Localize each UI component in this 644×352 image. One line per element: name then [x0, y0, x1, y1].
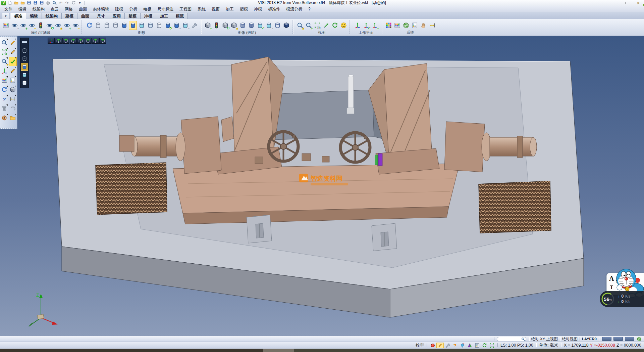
attributes-brush-icon[interactable] [0, 76, 8, 85]
menu-wireframe[interactable]: 线架构 [30, 6, 48, 12]
menu-modeling[interactable]: 建模 [112, 6, 126, 12]
flat-shaded-icon[interactable] [146, 21, 154, 30]
net-speed-pill[interactable]: 56 % 0 K/s 0 K/s [600, 291, 644, 307]
zoom-solid-icon[interactable] [0, 38, 8, 47]
print-preview-icon[interactable] [52, 0, 57, 6]
window-config-icon[interactable] [411, 21, 419, 30]
snap-wand-icon[interactable] [436, 343, 444, 348]
qat-dropdown-icon[interactable] [77, 0, 83, 6]
view-front-icon[interactable] [62, 38, 69, 44]
view-right-icon[interactable] [77, 38, 84, 44]
menu-drafting[interactable]: 工程图 [176, 6, 195, 12]
session-history-icon[interactable] [71, 0, 76, 6]
zoom-dynamic-icon[interactable] [0, 57, 8, 66]
menu-progress[interactable]: 冲模 [251, 6, 265, 12]
view-mode-label[interactable]: 绝对 XY 上视图 [531, 337, 558, 342]
copy-graphics-icon[interactable] [172, 21, 180, 30]
left-grip-plate[interactable] [96, 163, 167, 215]
adv-traffic-icon[interactable] [212, 21, 220, 30]
undo-icon[interactable] [58, 0, 63, 6]
help-icon[interactable]: ? [0, 94, 8, 104]
show-all-icon[interactable] [63, 21, 71, 30]
dashed-hidden-icon[interactable] [111, 21, 119, 30]
net-speed-widget[interactable]: A , T [600, 269, 644, 309]
view-top-icon[interactable] [55, 38, 62, 44]
workplane-align-icon[interactable] [371, 21, 379, 30]
hide-entities-icon[interactable] [28, 21, 36, 30]
shaded-edges-icon[interactable] [129, 21, 137, 30]
layers-window-icon[interactable] [9, 76, 17, 85]
menu-mould[interactable]: 塑模 [237, 6, 251, 12]
tab-mould[interactable]: 塑膜 [124, 13, 141, 19]
system-config-icon[interactable] [402, 21, 410, 30]
tab-dimension[interactable]: 尺寸 [93, 13, 109, 19]
tab-dropdown-button[interactable] [2, 13, 9, 19]
view-back-icon[interactable] [85, 38, 92, 44]
insert-file-icon[interactable] [20, 0, 25, 6]
view-face-icon[interactable] [339, 21, 347, 30]
maximize-button[interactable] [621, 0, 633, 6]
graphics-settings-icon[interactable] [190, 21, 198, 30]
hiddenline-mode-icon[interactable] [21, 55, 28, 63]
view-iso-icon[interactable] [99, 38, 106, 44]
menu-dimension[interactable]: 尺寸标注 [154, 6, 176, 12]
redo-icon[interactable] [64, 0, 70, 6]
grid-settings-icon[interactable] [428, 21, 436, 30]
strip-menu-icon[interactable] [21, 39, 28, 47]
view-bottom-icon[interactable] [92, 38, 99, 44]
absolute-view-label[interactable]: 绝对视图 [562, 337, 578, 342]
new-file-icon[interactable] [7, 0, 12, 6]
tab-modeling[interactable]: 建模 [61, 13, 77, 19]
workplane-grid-icon[interactable] [488, 343, 495, 348]
striped-cylinder-icon[interactable] [238, 21, 247, 30]
menu-analysis[interactable]: 分析 [126, 6, 140, 12]
page-visibility-icon[interactable] [10, 21, 18, 30]
menu-file[interactable]: 文件 [1, 6, 15, 12]
solid-view-icon[interactable] [9, 85, 17, 94]
tab-standard[interactable]: 标准 [10, 13, 26, 19]
zoom-window-icon[interactable] [305, 21, 313, 30]
right-grip-plate[interactable] [479, 181, 551, 233]
view-toolbar-button-2[interactable] [613, 337, 623, 341]
undo-step-icon[interactable] [9, 104, 17, 113]
validated-solid-icon[interactable] [256, 21, 264, 30]
wcs-axis-icon[interactable] [0, 66, 8, 76]
striped-mode-icon[interactable] [21, 79, 28, 87]
menu-edit[interactable]: 编辑 [15, 6, 30, 12]
visibility-traffic-icon[interactable] [37, 21, 45, 30]
save-all-icon[interactable] [39, 0, 44, 6]
machining-wheel-icon[interactable] [0, 113, 8, 123]
shaded-icon[interactable] [120, 21, 128, 30]
wire-solid-icon[interactable] [273, 21, 281, 30]
color-palette-icon[interactable] [384, 21, 392, 30]
active-layer-label[interactable]: LAYER0 [582, 337, 597, 341]
graphics-clipboard-icon[interactable] [181, 21, 189, 30]
view-left-icon[interactable] [70, 38, 77, 44]
menu-machining[interactable]: 加工 [223, 6, 237, 12]
record-icon[interactable] [429, 343, 436, 348]
3d-viewport[interactable]: 智造资料网 Z [0, 36, 644, 336]
menu-window[interactable]: 视窗 [209, 6, 223, 12]
tab-wireframe[interactable]: 线架构 [42, 13, 62, 19]
layer-list-icon[interactable] [473, 343, 481, 348]
visi-logo-icon[interactable]: V [1, 1, 6, 5]
adv-toggle-icon[interactable] [230, 21, 238, 30]
workplane-icon[interactable] [353, 21, 361, 30]
tab-machining[interactable]: 加工 [156, 13, 172, 19]
chisel-icon[interactable] [444, 343, 451, 348]
solid-cube-icon[interactable] [282, 21, 290, 30]
minimize-button[interactable] [610, 0, 621, 6]
refresh-visibility-icon[interactable] [45, 21, 53, 30]
view-axis-icon[interactable] [48, 38, 55, 44]
attribute-table-icon[interactable] [393, 21, 401, 30]
view-toolbar-button-3[interactable] [625, 337, 634, 341]
toggle-visibility-icon[interactable] [54, 21, 62, 30]
hidden-line-icon[interactable] [103, 21, 111, 30]
measure-icon[interactable] [9, 94, 17, 104]
menu-electrode[interactable]: 电极 [140, 6, 154, 12]
shade-refresh-icon[interactable] [164, 21, 172, 30]
wireframe-icon[interactable] [94, 21, 102, 30]
menu-system[interactable]: 系统 [195, 6, 209, 12]
tab-surface[interactable]: 曲面 [77, 13, 93, 19]
menu-surface[interactable]: 曲面 [76, 6, 90, 12]
